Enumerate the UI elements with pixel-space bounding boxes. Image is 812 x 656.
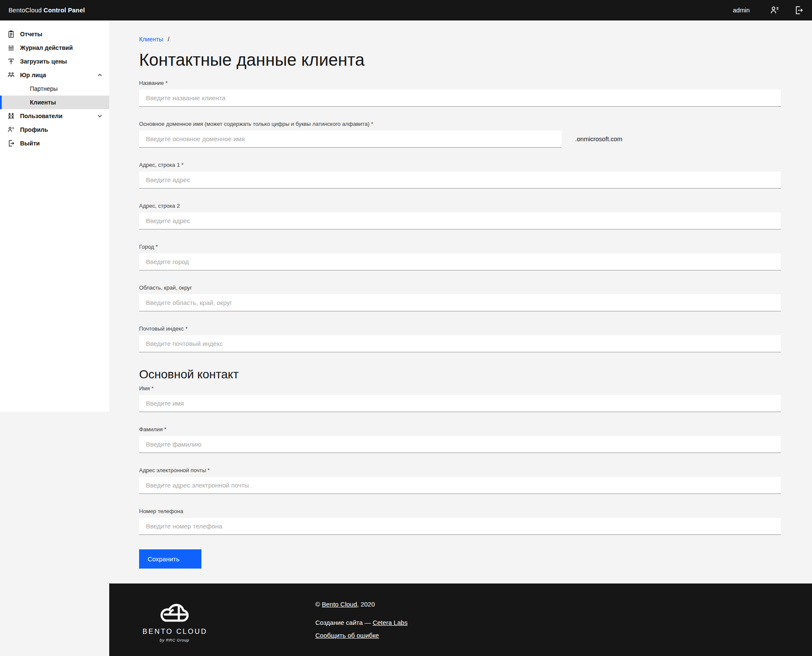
user-profile-icon	[7, 125, 15, 134]
first-name-label: Имя *	[139, 386, 781, 391]
sidebar-item-label: Партнеры	[30, 85, 58, 92]
field-domain-name: Основное доменное имя (может содержать т…	[139, 121, 781, 148]
address-line-2-input[interactable]	[139, 212, 781, 229]
client-name-input[interactable]	[139, 90, 781, 107]
phone-input[interactable]	[139, 518, 781, 535]
postal-code-input[interactable]	[139, 335, 781, 352]
site-by-text: Создание сайта —	[315, 619, 373, 626]
footer-copyright: © Bento Cloud, 2020	[315, 600, 407, 609]
sidebar-item-label: Профиль	[20, 126, 48, 133]
last-name-input[interactable]	[139, 436, 781, 453]
client-name-label: Название *	[139, 80, 781, 86]
chevron-down-icon[interactable]	[96, 113, 103, 119]
top-bar: BentoCloud Control Panel admin	[0, 0, 812, 20]
footer-logo: BENTO CLOUD by RRC Group	[143, 598, 207, 642]
sidebar-item-label: Юр лица	[20, 72, 46, 78]
copyright-symbol: ©	[315, 601, 322, 608]
sidebar-item-activity-log[interactable]: Журнал действий	[0, 41, 109, 55]
brand-name: BentoCloud	[9, 7, 42, 14]
chevron-up-icon[interactable]	[96, 72, 103, 78]
footer-text: © Bento Cloud, 2020 Создание сайта — Cet…	[315, 600, 407, 640]
sidebar-item-label: Выйти	[20, 140, 40, 147]
report-icon	[7, 30, 15, 38]
domain-name-label: Основное доменное имя (может содержать т…	[139, 121, 781, 127]
field-client-name: Название *	[139, 80, 781, 107]
copyright-year: , 2020	[357, 601, 375, 608]
sidebar-item-label: Клиенты	[30, 99, 56, 106]
sidebar-item-reports[interactable]: Отчеты	[0, 27, 109, 41]
field-address-line-1: Адрес, строка 1 *	[139, 162, 781, 189]
domain-name-input[interactable]	[139, 131, 562, 148]
postal-code-label: Почтовый индекс *	[139, 326, 781, 331]
email-label: Адрес электронной почты *	[139, 467, 781, 473]
activity-log-icon	[7, 44, 15, 52]
field-region: Область, край, округ	[139, 285, 781, 311]
footer-report-bug-link[interactable]: Сообщить об ошибке	[315, 632, 379, 639]
sidebar-item-logout[interactable]: Выйти	[0, 136, 109, 150]
city-label: Город *	[139, 244, 781, 250]
last-name-label: Фамилия *	[139, 427, 781, 432]
region-label: Область, край, округ	[139, 285, 781, 290]
field-address-line-2: Адрес, строка 2	[139, 203, 781, 229]
sidebar-item-profile[interactable]: Профиль	[0, 123, 109, 136]
logout-icon	[7, 139, 15, 148]
address-line-1-label: Адрес, строка 1 *	[139, 162, 781, 168]
phone-label: Номер телефона	[139, 508, 781, 514]
sidebar-item-legal-entities[interactable]: Юр лица	[0, 68, 109, 82]
email-input[interactable]	[139, 477, 781, 494]
partnership-icon	[7, 71, 15, 79]
group-icon	[7, 112, 15, 120]
user-profile-icon[interactable]	[769, 5, 780, 16]
username-label: admin	[733, 7, 750, 14]
sidebar-item-upload-prices[interactable]: Загрузить цены	[0, 55, 109, 68]
sidebar-item-label: Загрузить цены	[20, 58, 67, 65]
region-input[interactable]	[139, 294, 781, 311]
sidebar-item-clients[interactable]: Клиенты	[0, 96, 109, 109]
bento-cloud-logo-icon	[154, 598, 195, 625]
breadcrumb-link-clients[interactable]: Клиенты	[139, 36, 163, 43]
sidebar-item-label: Журнал действий	[20, 44, 73, 51]
logout-icon[interactable]	[793, 5, 804, 16]
footer-site-by: Создание сайта — Cetera Labs	[315, 618, 407, 627]
field-first-name: Имя *	[139, 386, 781, 412]
footer-logo-subtitle: by RRC Group	[143, 638, 207, 642]
footer-logo-title: BENTO CLOUD	[143, 627, 207, 636]
first-name-input[interactable]	[139, 395, 781, 412]
field-email: Адрес электронной почты *	[139, 467, 781, 494]
field-postal-code: Почтовый индекс *	[139, 326, 781, 352]
brand-suffix: Control Panel	[44, 7, 85, 14]
address-line-1-input[interactable]	[139, 171, 781, 189]
sidebar-item-partners[interactable]: Партнеры	[0, 82, 109, 96]
breadcrumb-separator: /	[168, 36, 169, 43]
footer-bento-cloud-link[interactable]: Bento Cloud	[322, 601, 357, 608]
city-input[interactable]	[139, 253, 781, 270]
sidebar-item-label: Пользователи	[20, 113, 62, 119]
sidebar-item-label: Отчеты	[20, 31, 42, 38]
footer-report-bug: Сообщить об ошибке	[315, 631, 407, 640]
sidebar-item-users[interactable]: Пользователи	[0, 109, 109, 123]
field-phone: Номер телефона	[139, 508, 781, 535]
field-last-name: Фамилия *	[139, 427, 781, 453]
footer: BENTO CLOUD by RRC Group © Bento Cloud, …	[109, 583, 812, 656]
upload-icon	[7, 57, 15, 66]
section-heading-primary-contact: Основной контакт	[139, 367, 781, 382]
breadcrumb: Клиенты /	[139, 35, 781, 44]
page-title: Контактные данные клиента	[139, 49, 781, 70]
main-content: Клиенты / Контактные данные клиента Назв…	[109, 20, 812, 583]
footer-cetera-labs-link[interactable]: Cetera Labs	[373, 619, 407, 626]
sidebar: Отчеты Журнал действий Загрузить цены Юр…	[0, 20, 109, 412]
address-line-2-label: Адрес, строка 2	[139, 203, 781, 209]
app-title: BentoCloud Control Panel	[9, 7, 85, 14]
save-button[interactable]: Сохранить	[139, 549, 201, 569]
domain-suffix-label: .onmicrosoft.com	[575, 136, 622, 142]
field-city: Город *	[139, 244, 781, 270]
